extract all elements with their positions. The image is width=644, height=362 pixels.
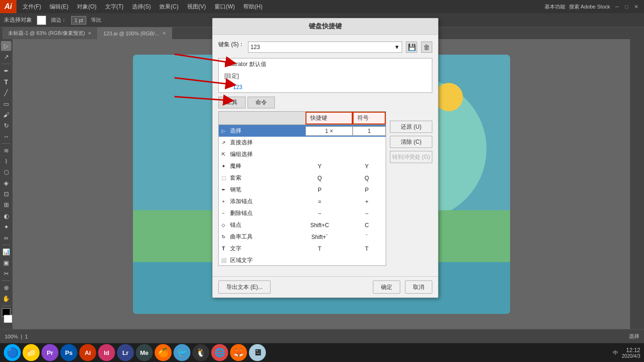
table-row[interactable]: ↗ 直接选择 bbox=[219, 137, 386, 148]
table-row[interactable]: ⇱ 编组选择 bbox=[219, 148, 386, 160]
table-row[interactable]: − 删除锚点 − − bbox=[219, 207, 386, 219]
taskbar-premiere[interactable]: Pr bbox=[41, 344, 58, 361]
tool-rect[interactable]: ▭ bbox=[1, 99, 11, 109]
ratio-label: 等比 bbox=[91, 16, 101, 24]
table-row[interactable]: ⬜ 区域文字 bbox=[219, 255, 386, 266]
keyset-delete-button[interactable]: 🗑 bbox=[421, 41, 432, 53]
tool-text[interactable]: T bbox=[1, 77, 11, 87]
selection-status: 选择 bbox=[629, 333, 639, 340]
shortcuts-table[interactable]: ▷ 选择 1 × 1 ↗ 直接选择 bbox=[218, 124, 386, 266]
tool-artboard[interactable]: ▣ bbox=[1, 258, 11, 268]
export-text-button[interactable]: 导出文本 (E)... bbox=[218, 280, 271, 294]
tool-perspective[interactable]: ⊡ bbox=[1, 189, 11, 199]
table-row[interactable]: ▷ 选择 1 × 1 bbox=[219, 125, 386, 137]
taskbar-chrome[interactable]: 🌐 bbox=[211, 344, 228, 361]
menu-select[interactable]: 选择(S) bbox=[128, 0, 155, 13]
toolbar-separator-2 bbox=[2, 143, 10, 144]
tool-gradient[interactable]: ◐ bbox=[1, 211, 11, 221]
right-panel bbox=[630, 39, 644, 329]
tool-line[interactable]: ╱ bbox=[1, 88, 11, 98]
left-toolbar: ▷ ↗ ✒ T ╱ ▭ 🖌 ↻ ↔ ≋ ⌇ ⬡ ◈ ⊡ ⊞ ◐ ✦ ∞ 📊 ▣ … bbox=[0, 39, 13, 329]
tool-rotate[interactable]: ↻ bbox=[1, 121, 11, 131]
keyboard-shortcuts-dialog[interactable]: 键盘快捷键 键集 (S)： 123 ▼ 💾 🗑 Illustrator 默认值 … bbox=[212, 18, 438, 298]
tool-direct-select[interactable]: ↗ bbox=[1, 52, 11, 62]
row-symbol-direct bbox=[348, 142, 386, 144]
dropdown-item-default[interactable]: Illustrator 默认值 bbox=[219, 58, 432, 70]
table-row[interactable]: ◇ 锚点 Shift+C C bbox=[219, 219, 386, 231]
taskbar-system[interactable]: 🖥 bbox=[249, 344, 266, 361]
tool-hand[interactable]: ✋ bbox=[1, 294, 11, 304]
tab-123[interactable]: 123.ai @ 100% (RGB/... ✕ bbox=[98, 27, 172, 39]
dropdown-item-123[interactable]: 123 bbox=[219, 82, 432, 92]
tab-tools[interactable]: 工具 bbox=[218, 97, 246, 108]
tool-free-transform[interactable]: ⬡ bbox=[1, 167, 11, 177]
taskbar-indesign[interactable]: Id bbox=[98, 344, 115, 361]
tool-eyedropper[interactable]: ✦ bbox=[1, 222, 11, 232]
tool-chart[interactable]: 📊 bbox=[1, 247, 11, 257]
taskbar-datetime: 12:12 2020/4/3 bbox=[622, 347, 640, 359]
row-name-pen: 钢笔 bbox=[228, 185, 291, 195]
maximize-button[interactable]: □ bbox=[623, 3, 630, 10]
tool-warp[interactable]: ⌇ bbox=[1, 156, 11, 166]
tab-close-untitled[interactable]: ✕ bbox=[88, 31, 91, 36]
menu-edit[interactable]: 编辑(E) bbox=[46, 0, 72, 13]
tool-paint[interactable]: 🖌 bbox=[1, 110, 11, 120]
menu-file[interactable]: 文件(F) bbox=[19, 0, 45, 13]
row-symbol-anchor: C bbox=[348, 221, 386, 230]
goto-conflict-button[interactable]: 转到冲突处 (G) bbox=[390, 151, 432, 163]
tool-mirror[interactable]: ↔ bbox=[1, 132, 11, 141]
ok-button[interactable]: 确定 bbox=[373, 280, 400, 294]
tool-pen[interactable]: ✒ bbox=[1, 66, 11, 76]
table-row[interactable]: ⬚ 套索 Q Q bbox=[219, 172, 386, 184]
menu-text[interactable]: 文字(T) bbox=[101, 0, 127, 13]
taskbar-mediaencoder[interactable]: Me bbox=[136, 344, 153, 361]
taskbar-photoshop[interactable]: Ps bbox=[60, 344, 77, 361]
menu-help[interactable]: 帮助(H) bbox=[239, 0, 266, 13]
tool-slice[interactable]: ✂ bbox=[1, 269, 11, 279]
taskbar-orange[interactable]: 🍊 bbox=[155, 344, 172, 361]
taskbar-files[interactable]: 📁 bbox=[23, 344, 40, 361]
tool-select[interactable]: ▷ bbox=[1, 41, 11, 51]
minimize-button[interactable]: ─ bbox=[614, 3, 620, 10]
taskbar-lightroom[interactable]: Lr bbox=[117, 344, 134, 361]
dropdown-item-custom[interactable]: [目定] bbox=[219, 70, 432, 82]
sun-layer bbox=[435, 83, 463, 111]
taskbar-bird[interactable]: 🐦 bbox=[173, 344, 190, 361]
table-row[interactable]: ↻ 曲率工具 Shift+` ` bbox=[219, 231, 386, 243]
keyset-save-button[interactable]: 💾 bbox=[406, 41, 417, 53]
menu-view[interactable]: 视图(V) bbox=[183, 0, 210, 13]
table-and-actions: 快捷键 符号 ▷ 选择 1 × 1 ↗ bbox=[218, 111, 432, 271]
taskbar-network[interactable]: 🔵 bbox=[4, 344, 21, 361]
stroke-value: 1 pt bbox=[71, 16, 86, 25]
tool-zoom[interactable]: ⊕ bbox=[1, 283, 11, 293]
tab-untitled[interactable]: 未标题-1 @ 83% (RGB/像素预览) ✕ bbox=[2, 27, 98, 39]
keyset-select[interactable]: 123 ▼ bbox=[248, 41, 402, 53]
table-row[interactable]: + 添加锚点 = + bbox=[219, 196, 386, 207]
cancel-button[interactable]: 取消 bbox=[405, 280, 432, 294]
row-icon-remove-anchor: − bbox=[219, 211, 228, 216]
tab-commands[interactable]: 命令 bbox=[248, 97, 275, 108]
menu-effect[interactable]: 效果(C) bbox=[156, 0, 182, 13]
clear-button[interactable]: 清除 (C) bbox=[390, 136, 432, 148]
table-row[interactable]: ✦ 魔棒 Y Y bbox=[219, 160, 386, 172]
tool-mesh[interactable]: ⊞ bbox=[1, 200, 11, 210]
stroke-color-box[interactable] bbox=[37, 16, 46, 25]
table-row[interactable]: ✒ 钢笔 P P bbox=[219, 184, 386, 196]
row-shortcut-lasso: Q bbox=[291, 174, 348, 182]
tool-width[interactable]: ≋ bbox=[1, 146, 11, 156]
menu-window[interactable]: 窗口(W) bbox=[211, 0, 239, 13]
tab-close-123[interactable]: ✕ bbox=[162, 31, 166, 36]
tool-shape-build[interactable]: ◈ bbox=[1, 178, 11, 188]
footer-confirm-buttons: 确定 取消 bbox=[373, 280, 432, 294]
tool-blend[interactable]: ∞ bbox=[1, 233, 11, 243]
taskbar-penguin[interactable]: 🐧 bbox=[192, 344, 209, 361]
row-shortcut-add-anchor: = bbox=[291, 197, 348, 206]
menu-object[interactable]: 对象(O) bbox=[73, 0, 100, 13]
row-name-curvature: 曲率工具 bbox=[228, 232, 291, 242]
table-row[interactable]: T 文字 T T bbox=[219, 243, 386, 255]
close-button[interactable]: ✕ bbox=[633, 3, 639, 10]
taskbar-illustrator[interactable]: Ai bbox=[79, 344, 96, 361]
taskbar-firefox[interactable]: 🦊 bbox=[230, 344, 247, 361]
stroke-color[interactable] bbox=[4, 315, 12, 323]
restore-button[interactable]: 还原 (U) bbox=[390, 121, 432, 133]
